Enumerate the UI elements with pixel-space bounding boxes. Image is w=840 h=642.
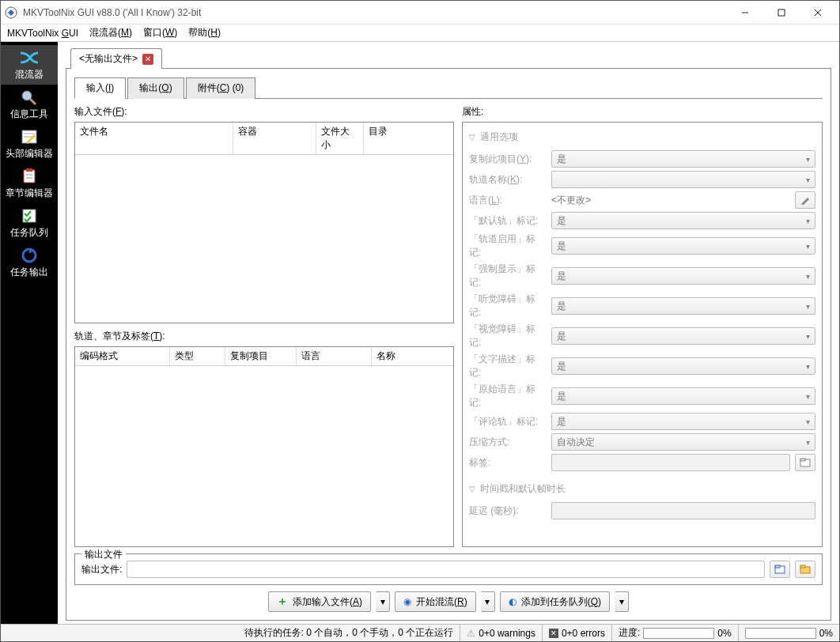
input-files-table[interactable]: 文件名 容器 文件大小 目录: [74, 122, 454, 323]
sidebar-item-muxer[interactable]: 混流器: [1, 45, 58, 85]
sidebar-item-header-editor[interactable]: 头部编辑器: [1, 124, 58, 164]
combo-commentary-flag[interactable]: 是: [551, 413, 815, 430]
input-files-label: 输入文件(F):: [74, 105, 454, 119]
status-errors[interactable]: ✕0+0 errors: [543, 625, 612, 641]
menu-help[interactable]: 帮助(H): [188, 26, 221, 40]
add-input-files-button[interactable]: ＋添加输入文件(A): [268, 591, 371, 612]
add-to-queue-dropdown[interactable]: ▾: [615, 591, 629, 612]
col-copy[interactable]: 复制项目: [225, 347, 297, 365]
file-tab[interactable]: <无输出文件> ✕: [70, 48, 162, 69]
tab-output[interactable]: 输出(O): [127, 77, 184, 99]
minimize-button[interactable]: [727, 1, 763, 25]
sidebar-item-chapter-editor[interactable]: 章节编辑器: [1, 164, 58, 203]
output-legend: 输出文件: [81, 548, 126, 561]
label-compression: 压缩方式:: [469, 436, 547, 449]
svg-rect-2: [778, 9, 785, 16]
combo-track-name[interactable]: [551, 171, 815, 188]
label-forced-flag: 「强制显示」标记:: [469, 262, 547, 289]
sidebar-item-output[interactable]: 任务输出: [1, 243, 58, 282]
group-general-header[interactable]: ▽ 通用选项: [469, 127, 815, 147]
svg-rect-10: [24, 170, 35, 183]
tab-input[interactable]: 输入(I): [74, 77, 126, 99]
properties-panel: ▽ 通用选项 复制此项目(Y):是 轨道名称(K): 语言(L):<不更改> 「…: [462, 122, 823, 547]
main-area: <无输出文件> ✕ 输入(I) 输出(O) 附件(C) (0) 输入文件(F):: [58, 42, 839, 624]
combo-hearing-flag[interactable]: 是: [551, 297, 815, 315]
col-container[interactable]: 容器: [233, 123, 316, 154]
muxer-icon: [19, 49, 40, 66]
app-icon: [4, 6, 18, 20]
magnifier-icon: [19, 89, 40, 106]
label-tags: 标签:: [469, 456, 547, 470]
col-name[interactable]: 名称: [372, 347, 453, 365]
output-file-frame: 输出文件 输出文件:: [74, 553, 823, 585]
col-directory[interactable]: 目录: [364, 123, 453, 154]
menu-muxer[interactable]: 混流器(M): [89, 26, 132, 40]
label-commentary-flag: 「评论轨」标记:: [469, 415, 547, 429]
checklist-icon: [19, 207, 40, 225]
close-tab-icon[interactable]: ✕: [142, 54, 153, 65]
window-title: MKVToolNix GUI v88.0 ('All I Know') 32-b…: [23, 7, 727, 18]
language-value: <不更改>: [551, 194, 790, 207]
menubar: MKVToolNix GUI 混流器(M) 窗口(W) 帮助(H): [1, 25, 839, 42]
add-to-queue-button[interactable]: ◐添加到任务队列(Q): [500, 591, 610, 612]
label-copy-item: 复制此项目(Y):: [469, 153, 547, 166]
file-tab-label: <无输出文件>: [79, 52, 138, 66]
label-language: 语言(L):: [469, 194, 547, 207]
progress-bar-1: [643, 628, 714, 639]
col-codec[interactable]: 编码格式: [75, 347, 170, 365]
group-timing-header[interactable]: ▽ 时间戳和默认帧时长: [469, 479, 815, 499]
col-lang[interactable]: 语言: [297, 347, 372, 365]
svg-rect-21: [800, 565, 805, 568]
svg-rect-19: [775, 565, 780, 568]
sidebar-label: 任务队列: [10, 226, 48, 240]
sub-tabs: 输入(I) 输出(O) 附件(C) (0): [74, 77, 823, 99]
svg-line-6: [30, 99, 36, 104]
combo-default-flag[interactable]: 是: [551, 212, 815, 229]
combo-copy-item[interactable]: 是: [551, 150, 815, 168]
col-filesize[interactable]: 文件大小: [316, 123, 364, 154]
tracks-table[interactable]: 编码格式 类型 复制项目 语言 名称: [74, 346, 454, 548]
input-tags[interactable]: [551, 454, 790, 471]
props-label: 属性:: [462, 105, 823, 119]
edit-language-button[interactable]: [795, 191, 815, 209]
sidebar-label: 头部编辑器: [6, 147, 53, 160]
tab-attachments[interactable]: 附件(C) (0): [186, 77, 256, 99]
start-mux-button[interactable]: ◉开始混流(R): [395, 591, 476, 612]
sidebar-label: 信息工具: [10, 108, 48, 121]
add-input-files-dropdown[interactable]: ▾: [376, 591, 390, 612]
combo-forced-flag[interactable]: 是: [551, 267, 815, 285]
status-warnings[interactable]: ⚠0+0 warnings: [460, 625, 543, 641]
recent-output-button[interactable]: [795, 561, 815, 578]
tracks-label: 轨道、章节及标签(T):: [74, 330, 454, 343]
browse-output-button[interactable]: [770, 561, 790, 578]
sidebar-label: 混流器: [15, 68, 44, 81]
input-delay[interactable]: [551, 502, 815, 519]
maximize-button[interactable]: [763, 1, 800, 25]
combo-descr-flag[interactable]: 是: [551, 357, 815, 375]
label-delay: 延迟 (毫秒):: [469, 504, 547, 518]
sidebar-label: 章节编辑器: [6, 187, 53, 200]
combo-orig-lang-flag[interactable]: 是: [551, 387, 815, 405]
status-pending: 待执行的任务: 0 个自动，0 个手动，0 个正在运行: [1, 625, 460, 641]
combo-enabled-flag[interactable]: 是: [551, 237, 815, 255]
label-descr-flag: 「文字描述」标记:: [469, 353, 547, 380]
statusbar: 待执行的任务: 0 个自动，0 个手动，0 个正在运行 ⚠0+0 warning…: [1, 624, 839, 641]
output-file-input[interactable]: [127, 561, 765, 578]
error-icon: ✕: [549, 629, 558, 638]
browse-tags-button[interactable]: [795, 454, 815, 471]
sidebar-item-queue[interactable]: 任务队列: [1, 203, 58, 243]
play-icon: ◉: [403, 596, 411, 607]
start-mux-dropdown[interactable]: ▾: [481, 591, 495, 612]
menu-window[interactable]: 窗口(W): [143, 26, 177, 40]
combo-compression[interactable]: 自动决定: [551, 433, 815, 451]
svg-rect-11: [26, 168, 32, 172]
col-filename[interactable]: 文件名: [75, 123, 233, 154]
label-orig-lang-flag: 「原始语言」标记:: [469, 383, 547, 410]
combo-visual-flag[interactable]: 是: [551, 327, 815, 345]
menu-app[interactable]: MKVToolNix GUI: [7, 28, 78, 39]
close-button[interactable]: [800, 1, 836, 25]
status-progress-2: 0%: [739, 625, 839, 641]
clipboard-icon: [19, 168, 40, 185]
col-type[interactable]: 类型: [170, 347, 225, 365]
sidebar-item-info[interactable]: 信息工具: [1, 85, 58, 124]
